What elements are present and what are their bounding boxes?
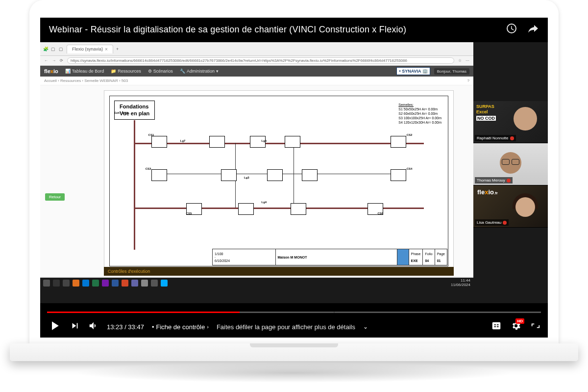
nav-dashboard[interactable]: 📊 Tableau de Bord xyxy=(65,69,104,74)
plan-area: Retour Enregistrer et fermer → Enregistr… xyxy=(40,85,473,277)
new-tab-icon: ▢ xyxy=(59,47,64,52)
participant-thumb[interactable]: SURPAS Excel NO COD Raphaël Nonnotte xyxy=(473,101,548,143)
glasses-icon xyxy=(502,159,519,164)
bg-text: SURPAS Excel NO COD xyxy=(476,104,496,121)
browser-tabbar: 🧩 ▢ ▢ Flexio (synavia) × + xyxy=(40,42,473,56)
nav-admin[interactable]: 🔧 Administration ▾ xyxy=(180,69,219,74)
partner-badge: • SYNAVIA 🏢 xyxy=(396,67,430,75)
progress-bar[interactable] xyxy=(47,312,541,313)
time-display: 13:23 / 33:47 xyxy=(107,323,144,331)
plan-title: Fondations Vue en plan xyxy=(114,101,155,120)
browser-toolbar: ← → ⟳ https://synavia.flexio.io/informat… xyxy=(40,56,473,66)
avatar xyxy=(515,197,535,217)
windows-taskbar: 11:44 11/06/2024 xyxy=(40,278,473,288)
breadcrumb: Accueil › Ressources › Semelle WEBINAR ›… xyxy=(40,77,473,85)
laptop-base xyxy=(10,343,578,361)
back-button[interactable]: Retour xyxy=(45,193,65,201)
video-player: Webinar - Réussir la digitalisation de s… xyxy=(40,18,548,338)
app-icon[interactable] xyxy=(151,280,158,287)
app-icon[interactable] xyxy=(141,280,148,287)
mic-off-icon xyxy=(510,136,514,140)
next-icon[interactable] xyxy=(70,320,80,333)
play-icon[interactable] xyxy=(47,318,62,335)
participant-thumb[interactable]: Thomas Merouy xyxy=(473,143,548,185)
screen-bezel: Webinar - Réussir la digitalisation de s… xyxy=(29,0,559,343)
nav-resources[interactable]: 📁 Ressources xyxy=(111,69,141,74)
start-icon[interactable] xyxy=(43,280,50,287)
teams-icon[interactable] xyxy=(131,280,138,287)
user-chip[interactable]: Bonjour, Thomas xyxy=(434,68,469,75)
settings-icon[interactable]: HD xyxy=(511,320,521,333)
browser-tab[interactable]: Flexio (synavia) × xyxy=(67,45,113,53)
blueprint[interactable]: Fondations Vue en plan Semelles: S1 50x5… xyxy=(104,90,454,272)
participant-thumb[interactable]: flexio.fr Lisa Gautreau xyxy=(473,185,548,228)
new-tab-icon: ▢ xyxy=(51,47,56,52)
watch-later-icon[interactable] xyxy=(506,23,517,36)
participant-strip: SURPAS Excel NO COD Raphaël Nonnotte Tho… xyxy=(473,101,548,228)
word-icon[interactable] xyxy=(112,280,119,287)
app-icon[interactable] xyxy=(82,280,89,287)
nav-scenarios[interactable]: ⚙ Scénarios xyxy=(148,69,173,74)
chapter-link[interactable]: • Fiche de contrôle › xyxy=(152,323,209,331)
taskbar-clock[interactable]: 11:44 11/06/2024 xyxy=(451,279,470,287)
hd-badge: HD xyxy=(515,318,524,324)
new-tab-button[interactable]: + xyxy=(116,47,119,52)
player-controls: 13:23 / 33:47 • Fiche de contrôle › Fait… xyxy=(40,316,548,338)
taskview-icon[interactable] xyxy=(63,280,70,287)
shared-screen: 🧩 ▢ ▢ Flexio (synavia) × + ← → ⟳ https: xyxy=(40,42,473,288)
reload-icon[interactable]: ⟳ xyxy=(60,58,63,63)
participant-name: Thomas Merouy xyxy=(475,177,513,183)
app-icon[interactable] xyxy=(73,280,79,287)
volume-icon[interactable] xyxy=(88,320,99,333)
execution-bar[interactable]: Contrôles d'exécution xyxy=(104,267,454,276)
bg-logo: flexio.fr xyxy=(477,188,498,196)
video-title: Webinar - Réussir la digitalisation de s… xyxy=(49,25,406,35)
search-icon[interactable] xyxy=(53,280,60,287)
plan-legend: Semelles: S1 50x50x25H Ar= 0.00m S2 60x6… xyxy=(396,101,443,127)
participant-name: Raphaël Nonnotte xyxy=(475,135,516,141)
flexio-logo[interactable]: flexio xyxy=(44,68,58,74)
tab-title: Flexio (synavia) xyxy=(72,47,103,52)
captions-icon[interactable] xyxy=(491,320,502,333)
star-icon[interactable]: ☆ xyxy=(458,58,462,63)
theater-icon[interactable] xyxy=(530,320,541,333)
plan-lines: CS1 CS2 CS3 CS4 CS5 CS6 Lg7 Lg5 Lg3 Lg4 xyxy=(134,120,424,232)
app-nav: flexio 📊 Tableau de Bord 📁 Ressources ⚙ … xyxy=(40,66,473,77)
title-block: 1/100 · 6/10/2024 Maison M MONOT PhaseEX… xyxy=(212,249,447,265)
mic-off-icon xyxy=(503,221,507,225)
powerpoint-icon[interactable] xyxy=(122,280,128,287)
video-header: Webinar - Réussir la digitalisation de s… xyxy=(40,18,548,41)
onenote-icon[interactable] xyxy=(102,280,109,287)
close-icon[interactable]: × xyxy=(105,47,108,52)
app-icon: 🧩 xyxy=(43,47,48,52)
app-icon[interactable] xyxy=(161,280,168,287)
scroll-hint: Faites défiler la page pour afficher plu… xyxy=(217,323,355,331)
share-icon[interactable] xyxy=(527,23,539,36)
laptop-frame: Webinar - Réussir la digitalisation de s… xyxy=(29,0,559,373)
shadow xyxy=(74,363,514,383)
back-icon[interactable]: ← xyxy=(44,58,48,63)
avatar xyxy=(514,107,537,131)
excel-icon[interactable] xyxy=(92,280,99,287)
address-bar[interactable]: https://synavia.flexio.io/informations/6… xyxy=(67,57,454,64)
menu-icon[interactable]: ⋯ xyxy=(466,58,469,63)
help-icon[interactable]: ? xyxy=(467,78,469,83)
chevron-down-icon[interactable]: ⌄ xyxy=(363,323,368,330)
forward-icon[interactable]: → xyxy=(52,58,56,63)
participant-name: Lisa Gautreau xyxy=(475,219,509,226)
video-content: 🧩 ▢ ▢ Flexio (synavia) × + ← → ⟳ https: xyxy=(40,42,548,303)
scale-label: Ech : 1/50 xyxy=(114,111,128,114)
mic-off-icon xyxy=(507,179,511,183)
